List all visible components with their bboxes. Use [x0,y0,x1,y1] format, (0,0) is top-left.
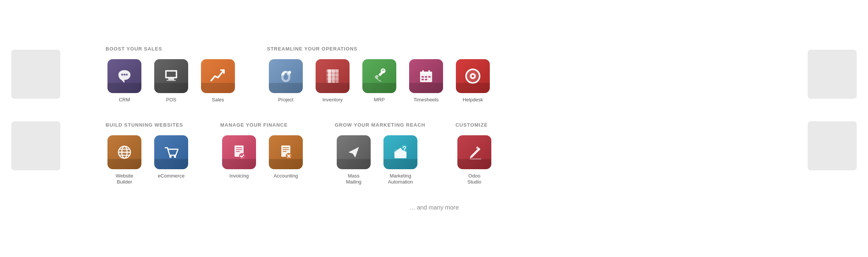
section-build-websites-title: BUILD STUNNING WEBSITES [106,122,190,128]
app-icon-mrp [362,59,396,93]
app-timesheets[interactable]: Timesheets [407,59,445,103]
app-label-timesheets: Timesheets [414,97,439,103]
app-label-invoicing: Invoicing [229,173,248,179]
app-label-mrp: MRP [374,97,385,103]
svg-rect-24 [425,79,427,80]
inventory-icon [323,66,342,86]
app-label-helpdesk: Helpdesk [463,97,483,103]
svg-rect-18 [422,70,424,73]
app-icon-website [107,135,141,169]
app-label-crm: CRM [119,97,130,103]
svg-rect-6 [167,80,176,81]
side-placeholder-top-right [808,50,857,99]
project-icon [276,66,296,86]
app-helpdesk[interactable]: Helpdesk [454,59,492,103]
app-label-sales: Sales [212,97,224,103]
app-sales[interactable]: Sales [199,59,237,103]
svg-point-49 [404,149,405,150]
app-icon-crm [107,59,141,93]
app-icon-massmailing [337,135,371,169]
svg-rect-19 [428,70,430,73]
page-container: BOOST YOUR SALES CRM [0,31,868,226]
svg-rect-14 [327,78,339,80]
apps-row-grow-marketing: MassMailing [335,135,425,186]
svg-rect-20 [422,76,424,78]
svg-point-36 [174,156,176,158]
svg-rect-22 [428,76,431,78]
side-placeholder-bottom-left [11,121,60,170]
section-boost-sales: BOOST YOUR SALES CRM [106,46,237,103]
app-label-pos: POS [166,97,176,103]
and-more-text: … and many more [106,204,762,211]
massmailing-icon [344,142,363,162]
svg-rect-4 [167,72,176,77]
app-label-website: WebsiteBuilder [116,173,133,186]
apps-row-manage-finance: Invoicing [220,135,305,179]
app-icon-ecommerce [154,135,188,169]
app-icon-project [269,59,303,93]
app-mrp[interactable]: MRP [360,59,398,103]
app-crm[interactable]: CRM [106,59,143,103]
crm-icon [115,66,134,86]
studio-icon [465,142,484,162]
app-website[interactable]: WebsiteBuilder [106,135,143,186]
section-customize-title: CUSTOMIZE [455,122,493,128]
helpdesk-icon [463,66,483,86]
svg-point-1 [124,73,126,75]
app-icon-helpdesk [456,59,490,93]
app-label-ecommerce: eCommerce [158,173,185,179]
section-manage-finance-title: MANAGE YOUR FINANCE [220,122,305,128]
invoicing-icon [229,142,249,162]
app-label-inventory: Inventory [322,97,342,103]
app-label-project: Project [278,97,293,103]
sections-row-1: BOOST YOUR SALES CRM [106,46,762,103]
apps-row-streamline-ops: Project [267,59,492,103]
app-icon-marketingauto [383,135,417,169]
section-streamline-ops: STREAMLINE YOUR OPERATIONS Projec [267,46,492,103]
svg-point-2 [126,73,128,75]
svg-rect-13 [327,74,339,76]
side-placeholder-top-left [11,50,60,99]
accounting-icon [276,142,296,162]
svg-rect-12 [327,69,339,72]
app-label-studio: OdooStudio [468,173,482,186]
svg-rect-23 [422,79,424,80]
app-icon-sales [201,59,235,93]
website-icon [115,142,134,162]
timesheets-icon [416,66,436,86]
apps-row-build-websites: WebsiteBuilder eCommerce [106,135,190,186]
app-icon-accounting [269,135,303,169]
svg-point-28 [472,75,474,77]
section-build-websites: BUILD STUNNING WEBSITES [106,122,190,186]
app-accounting[interactable]: Accounting [267,135,305,179]
app-marketingauto[interactable]: MarketingAutomation [382,135,419,186]
section-customize: CUSTOMIZE OdooStudio [455,122,493,186]
mrp-icon [370,66,389,86]
app-icon-invoicing [222,135,256,169]
apps-row-customize: OdooStudio [455,135,493,186]
section-manage-finance: MANAGE YOUR FINANCE [220,122,305,186]
sales-icon [208,66,228,86]
app-ecommerce[interactable]: eCommerce [152,135,190,179]
app-project[interactable]: Project [267,59,305,103]
app-icon-studio [457,135,491,169]
app-label-massmailing: MassMailing [346,173,361,186]
apps-row-boost-sales: CRM POS [106,59,237,103]
side-placeholder-bottom-right [808,121,857,170]
sections-row-2: BUILD STUNNING WEBSITES [106,122,762,186]
svg-rect-5 [168,78,174,80]
main-content: BOOST YOUR SALES CRM [106,46,762,211]
app-inventory[interactable]: Inventory [314,59,351,103]
app-icon-pos [154,59,188,93]
app-label-accounting: Accounting [274,173,298,179]
section-grow-marketing-title: GROW YOUR MARKETING REACH [335,122,425,128]
app-studio[interactable]: OdooStudio [455,135,493,186]
section-streamline-ops-title: STREAMLINE YOUR OPERATIONS [267,46,492,52]
app-pos[interactable]: POS [152,59,190,103]
svg-point-35 [169,156,172,158]
app-icon-timesheets [409,59,443,93]
app-invoicing[interactable]: Invoicing [220,135,258,179]
app-icon-inventory [316,59,350,93]
svg-point-0 [121,73,123,75]
app-massmailing[interactable]: MassMailing [335,135,373,186]
